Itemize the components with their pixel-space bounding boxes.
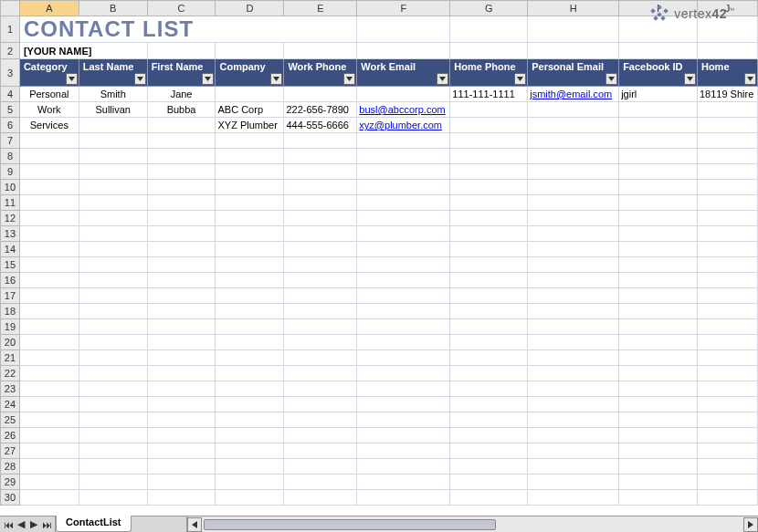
cell[interactable]	[528, 16, 619, 43]
cell[interactable]	[528, 133, 619, 149]
row-header[interactable]: 30	[1, 490, 20, 506]
cell[interactable]	[284, 350, 357, 366]
table-header[interactable]: First Name	[147, 59, 216, 87]
cell[interactable]	[216, 288, 284, 304]
data-cell[interactable]: ABC Corp	[216, 102, 284, 118]
cell[interactable]	[284, 459, 357, 475]
cell[interactable]	[528, 350, 619, 366]
cell[interactable]	[450, 242, 528, 257]
cell[interactable]	[216, 149, 284, 164]
cell[interactable]	[528, 149, 619, 164]
cell[interactable]	[357, 335, 450, 350]
row-header[interactable]: 10	[1, 180, 20, 195]
cell[interactable]	[147, 195, 216, 211]
cell[interactable]	[619, 350, 698, 366]
cell[interactable]	[216, 226, 284, 242]
cell[interactable]	[697, 195, 757, 211]
cell[interactable]	[19, 443, 79, 459]
cell[interactable]	[357, 273, 450, 288]
cell[interactable]	[528, 288, 619, 304]
row-header[interactable]: 24	[1, 397, 20, 412]
column-header-F[interactable]: F	[357, 1, 450, 16]
cell[interactable]	[19, 226, 79, 242]
cell[interactable]	[619, 475, 698, 490]
cell[interactable]	[357, 242, 450, 257]
horizontal-scrollbar[interactable]	[186, 516, 759, 532]
row-header[interactable]: 28	[1, 459, 20, 475]
cell[interactable]	[284, 443, 357, 459]
cell[interactable]	[216, 195, 284, 211]
cell[interactable]	[450, 397, 528, 412]
cell[interactable]	[357, 350, 450, 366]
cell[interactable]	[619, 195, 698, 211]
cell[interactable]	[450, 381, 528, 397]
cell[interactable]	[147, 412, 216, 428]
cell[interactable]	[528, 459, 619, 475]
cell[interactable]	[147, 459, 216, 475]
cell[interactable]	[357, 319, 450, 335]
cell[interactable]	[528, 164, 619, 180]
email-link[interactable]: xyz@plumber.com	[359, 120, 442, 130]
cell[interactable]	[147, 335, 216, 350]
cell[interactable]	[19, 350, 79, 366]
cell[interactable]	[357, 397, 450, 412]
row-header[interactable]: 25	[1, 412, 20, 428]
filter-dropdown-icon[interactable]	[66, 73, 78, 85]
cell[interactable]	[147, 43, 216, 59]
cell[interactable]	[19, 149, 79, 164]
column-header-G[interactable]: G	[450, 1, 528, 16]
cell[interactable]	[619, 211, 698, 226]
cell[interactable]	[450, 226, 528, 242]
cell[interactable]	[697, 226, 757, 242]
data-cell[interactable]: Services	[19, 118, 79, 133]
cell[interactable]	[619, 381, 698, 397]
cell[interactable]	[284, 304, 357, 319]
cell[interactable]	[216, 366, 284, 381]
cell[interactable]	[357, 180, 450, 195]
row-header[interactable]: 11	[1, 195, 20, 211]
data-cell[interactable]: Work	[19, 102, 79, 118]
cell[interactable]	[697, 273, 757, 288]
cell[interactable]	[357, 16, 450, 43]
cell[interactable]	[450, 43, 528, 59]
cell[interactable]	[528, 180, 619, 195]
cell[interactable]	[697, 149, 757, 164]
cell[interactable]	[619, 428, 698, 443]
cell[interactable]	[284, 164, 357, 180]
data-cell[interactable]: Bubba	[147, 102, 216, 118]
cell[interactable]	[450, 490, 528, 506]
cell[interactable]	[619, 149, 698, 164]
cell[interactable]	[19, 366, 79, 381]
cell[interactable]	[147, 164, 216, 180]
cell[interactable]	[450, 335, 528, 350]
cell[interactable]	[357, 304, 450, 319]
cell[interactable]	[216, 397, 284, 412]
data-cell[interactable]: Personal	[19, 87, 79, 102]
cell[interactable]	[79, 366, 147, 381]
cell[interactable]	[619, 490, 698, 506]
cell[interactable]	[697, 350, 757, 366]
row-header[interactable]: 20	[1, 335, 20, 350]
tab-nav-next[interactable]: ▶	[29, 518, 38, 530]
cell[interactable]	[528, 381, 619, 397]
cell[interactable]	[216, 43, 284, 59]
cell[interactable]	[147, 381, 216, 397]
filter-dropdown-icon[interactable]	[605, 73, 617, 85]
cell[interactable]	[284, 226, 357, 242]
cell[interactable]	[619, 304, 698, 319]
cell[interactable]	[216, 490, 284, 506]
data-cell[interactable]	[79, 118, 147, 133]
cell[interactable]	[357, 164, 450, 180]
cell[interactable]	[19, 412, 79, 428]
cell[interactable]	[619, 412, 698, 428]
cell[interactable]	[450, 149, 528, 164]
cell[interactable]	[19, 288, 79, 304]
cell[interactable]	[79, 443, 147, 459]
cell[interactable]	[79, 242, 147, 257]
cell[interactable]	[147, 133, 216, 149]
cell[interactable]	[357, 226, 450, 242]
data-cell[interactable]	[697, 102, 757, 118]
cell[interactable]	[79, 226, 147, 242]
cell[interactable]	[147, 443, 216, 459]
data-cell[interactable]: jsmith@email.com	[528, 87, 619, 102]
